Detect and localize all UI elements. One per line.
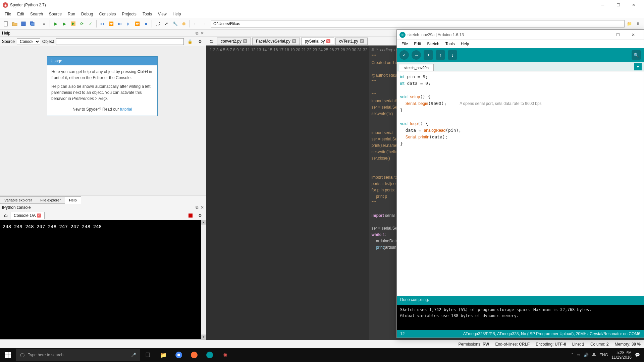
scroll-down-icon[interactable]: ▼ [201,335,206,339]
mic-icon[interactable]: 🎤 [131,353,136,357]
minimize-button[interactable]: ─ [595,0,610,10]
list-icon[interactable]: ≡ [40,20,48,28]
menu-run[interactable]: Run [65,11,78,17]
editor-tab[interactable]: cvTest1.py✕ [335,38,368,45]
arduino-menu-sketch[interactable]: Sketch [424,41,442,47]
search-box[interactable]: ◯ Type here to search 🎤 [16,349,140,361]
run-cell-icon[interactable]: ▶ [60,20,68,28]
taskview-icon[interactable]: ❐ [140,348,156,362]
firefox-icon[interactable] [186,348,202,362]
close-tab-icon[interactable]: ✕ [326,39,330,43]
new-sketch-icon[interactable]: ＋ [424,50,433,60]
battery-icon[interactable]: ▭ [577,353,580,357]
maximize-button[interactable]: ☐ [610,0,626,10]
step-out-icon[interactable]: ⏭ [116,20,124,28]
editor-tab[interactable]: convert2.py✕ [217,38,251,45]
tab-menu-icon[interactable]: ▾ [634,63,642,70]
sketch-tab[interactable]: sketch_nov29a [399,64,434,71]
clock[interactable]: 5:28 PM 11/29/2016 [611,350,632,360]
nav-back-icon[interactable]: ← [192,20,200,28]
stop-debug-icon[interactable]: ■ [142,20,150,28]
close-tab-icon[interactable]: ✕ [243,39,247,43]
run-icon[interactable]: ▶ [52,20,60,28]
close-console-icon[interactable]: ✕ [201,205,204,210]
arduino-menu-help[interactable]: Help [458,41,472,47]
arduino-menu-file[interactable]: File [399,41,411,47]
console-gear-icon[interactable]: ⚙ [196,212,204,220]
save-all-icon[interactable] [28,20,36,28]
notifications-icon[interactable]: 💬 [635,353,640,357]
tutorial-link[interactable]: tutorial [120,107,132,112]
new-file-icon[interactable] [2,20,10,28]
step-in-icon[interactable]: ⏮ [98,20,106,28]
open-sketch-icon[interactable]: ↑ [436,50,445,60]
stop-icon[interactable]: ✓ [87,20,95,28]
step-over-icon[interactable]: ⏩ [107,20,115,28]
close-pane-icon[interactable]: ✕ [201,31,204,36]
editor-tab[interactable]: pySerial.py✕ [301,38,334,45]
tray-chevron-icon[interactable]: ˄ [571,353,573,357]
volume-icon[interactable]: 🔊 [584,353,589,357]
arduino-menu-tools[interactable]: Tools [443,41,458,47]
menu-file[interactable]: File [2,11,14,17]
fullscreen-icon[interactable]: ⤢ [162,20,170,28]
scrollbar-track[interactable] [201,225,206,335]
close-tab-icon[interactable]: ✕ [292,39,296,43]
parent-folder-icon[interactable]: ⬆ [634,20,642,28]
debug-icon[interactable]: ⟳ [78,20,86,28]
undock-icon[interactable]: ⧉ [196,31,199,36]
tab-file-explorer[interactable]: File explorer [36,196,65,204]
tab-help[interactable]: Help [65,196,81,204]
browse-folder-icon[interactable]: 📁 [625,20,633,28]
menu-tools[interactable]: Tools [140,11,155,17]
menu-edit[interactable]: Edit [14,11,27,17]
editor-folder-icon[interactable]: 🗀 [208,37,216,45]
network-icon[interactable]: 🖧 [592,353,596,357]
maximize-pane-icon[interactable]: ⛶ [154,20,162,28]
arduino-max-button[interactable]: ☐ [610,30,626,40]
start-button[interactable] [0,348,16,362]
gear-icon[interactable]: ⚙ [196,38,204,46]
arduino-close-button[interactable]: ✕ [626,30,641,40]
close-tab-icon[interactable]: ✕ [37,214,41,218]
chrome-icon[interactable] [171,348,186,362]
menu-search[interactable]: Search [28,11,46,17]
tab-variable-explorer[interactable]: Variable explorer [0,196,36,204]
undock-console-icon[interactable]: ⧉ [196,205,199,210]
run-selection-icon[interactable] [69,20,77,28]
continue2-icon[interactable]: ⏩ [133,20,141,28]
explorer-icon[interactable]: 📁 [156,348,171,362]
arduino-menu-edit[interactable]: Edit [411,41,424,47]
nav-fwd-icon[interactable]: → [200,20,208,28]
serial-monitor-icon[interactable]: 🔍 [632,50,641,60]
scroll-up-icon[interactable]: ▲ [201,220,206,225]
upload-icon[interactable]: → [412,50,421,60]
menu-debug[interactable]: Debug [78,11,96,17]
close-tab-icon[interactable]: ✕ [360,39,364,43]
menu-help[interactable]: Help [170,11,184,17]
close-button[interactable]: ✕ [626,0,641,10]
save-icon[interactable] [19,20,28,28]
menu-projects[interactable]: Projects [119,11,139,17]
console-tab[interactable]: Console 1/A ✕ [10,212,45,219]
menu-source[interactable]: Source [46,11,64,17]
path-input[interactable] [211,20,625,27]
spyder-task-icon[interactable]: ✺ [217,348,233,362]
menu-view[interactable]: View [155,11,169,17]
save-sketch-icon[interactable]: ↓ [448,50,457,60]
console-folder-icon[interactable]: 🗀 [2,212,10,220]
lang-indicator[interactable]: ENG [599,353,608,357]
editor-tab[interactable]: FaceMoveSerial.py✕ [252,38,300,45]
menu-consoles[interactable]: Consoles [96,11,118,17]
preferences-icon[interactable]: 🔧 [171,20,179,28]
verify-icon[interactable]: ✓ [399,50,409,60]
console-output[interactable]: 248 249 248 247 248 247 247 248 248 [0,220,201,339]
stop-kernel-icon[interactable] [189,214,193,218]
source-select[interactable]: Console [17,38,40,45]
object-input[interactable] [56,38,184,45]
arduino-min-button[interactable]: ─ [595,30,610,40]
arduino-code[interactable]: int pin = 9; int data = 0; void setup() … [397,71,644,296]
pythonpath-icon[interactable]: ⬢ [180,20,188,28]
open-file-icon[interactable] [11,20,19,28]
continue-icon[interactable]: ⏵ [124,20,132,28]
